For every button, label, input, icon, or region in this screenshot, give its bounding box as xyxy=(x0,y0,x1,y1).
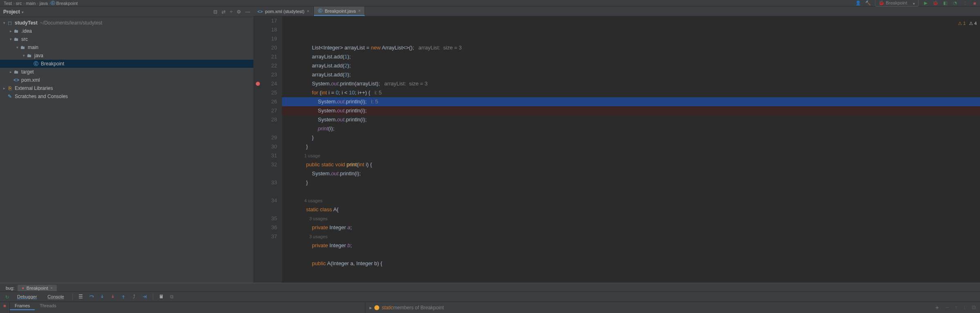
tree-item-pom-xml[interactable]: <>pom.xml xyxy=(0,76,253,84)
editor-code[interactable]: ⚠ 1 ⚠ 4 List<Integer> arrayList = new Ar… xyxy=(282,16,980,288)
trace-icon[interactable]: ⧉ xyxy=(168,293,176,301)
gutter-line[interactable]: 30 xyxy=(253,142,277,151)
expand-icon[interactable]: ⇄ xyxy=(222,9,226,15)
close-icon[interactable]: × xyxy=(50,286,52,290)
user-icon[interactable]: 👤 xyxy=(855,0,861,6)
tree-arrow-icon[interactable]: ▾ xyxy=(8,37,13,41)
gutter-line[interactable]: 33 xyxy=(253,178,277,187)
stop-icon[interactable]: ■ xyxy=(972,0,978,6)
add-watch-icon[interactable]: ＋ xyxy=(934,304,940,311)
code-line[interactable]: arrayList.add(3); xyxy=(282,70,980,79)
tree-item-studytest[interactable]: ▾◻studyTest~/Documents/learn/studytest xyxy=(0,19,253,27)
gutter-line[interactable] xyxy=(253,124,277,133)
tree-item-main[interactable]: ▾🖿main xyxy=(0,43,253,51)
tree-item-external-libraries[interactable]: ▸⎘External Libraries xyxy=(0,84,253,92)
tree-item--idea[interactable]: ▸🖿.idea xyxy=(0,27,253,35)
code-line[interactable]: 1 usage xyxy=(282,151,980,160)
breadcrumb-seg[interactable]: Breakpoint xyxy=(55,1,79,6)
tab-console[interactable]: Console xyxy=(43,293,68,300)
code-line[interactable]: public A(Integer a, Integer b) { xyxy=(282,259,980,268)
code-line[interactable]: System.out.println(i); xyxy=(282,106,980,115)
code-line[interactable]: public static void print(int i) { xyxy=(282,160,980,169)
code-line[interactable]: print(i); xyxy=(282,124,980,133)
duplicate-icon[interactable]: ⧉ xyxy=(972,304,976,311)
close-icon[interactable]: × xyxy=(358,9,361,13)
debug-session-tab[interactable]: ● Breakpoint × xyxy=(18,285,56,291)
gutter-line[interactable]: 19 xyxy=(253,34,277,43)
tree-arrow-icon[interactable]: ▾ xyxy=(21,54,26,58)
frames-pane[interactable]: Frames Threads xyxy=(10,302,365,313)
tree-arrow-icon[interactable]: ▾ xyxy=(2,21,7,25)
show-exec-point-icon[interactable]: ☰ xyxy=(77,293,85,301)
run-icon[interactable]: ▶ xyxy=(923,0,929,6)
more-icon[interactable]: ⋮ xyxy=(962,0,968,6)
tree-item-scratches-and-consoles[interactable]: ✎Scratches and Consoles xyxy=(0,92,253,101)
stop-icon[interactable]: ■ xyxy=(2,303,8,309)
rerun-icon[interactable]: ↻ xyxy=(4,294,10,300)
gutter-line[interactable]: 31 xyxy=(253,151,277,160)
tree-arrow-icon[interactable]: ▸ xyxy=(8,70,13,74)
gutter-line[interactable]: 21 xyxy=(253,52,277,61)
variables-pane[interactable]: ▸ static members of Breakpoint ＋ − ↑ ↓ ⧉ xyxy=(365,302,980,313)
gutter-line[interactable]: 25 xyxy=(253,88,277,97)
select-opened-icon[interactable]: ⊟ xyxy=(213,9,217,15)
gutter-line[interactable]: 17 xyxy=(253,16,277,25)
profile-icon[interactable]: ◔ xyxy=(952,0,958,6)
step-over-icon[interactable] xyxy=(87,293,96,301)
gutter-line[interactable]: 20 xyxy=(253,43,277,52)
chevron-down-icon[interactable] xyxy=(20,9,24,15)
code-line[interactable]: private Integer b; xyxy=(282,241,980,250)
code-line[interactable]: for (int i = 0; i < 10; i++) { i: 5 xyxy=(282,88,980,97)
code-line[interactable]: } xyxy=(282,178,980,187)
code-line[interactable] xyxy=(282,187,980,196)
breadcrumb-seg[interactable]: src xyxy=(15,1,23,6)
code-line[interactable]: static class A{ xyxy=(282,205,980,214)
gutter-line[interactable]: 28 xyxy=(253,115,277,124)
evaluate-icon[interactable]: 🖩 xyxy=(157,293,166,301)
editor-tab[interactable]: ⓒBreakpoint.java× xyxy=(314,7,365,16)
coverage-icon[interactable]: ◧ xyxy=(942,0,948,6)
project-panel-title[interactable]: Project xyxy=(3,9,20,15)
gutter-line[interactable]: 23 xyxy=(253,70,277,79)
tree-item-target[interactable]: ▸🖿target xyxy=(0,68,253,76)
breadcrumb-seg[interactable]: java xyxy=(38,1,49,6)
drop-frame-icon[interactable]: ⤴ xyxy=(130,293,138,301)
code-line[interactable]: 3 usages xyxy=(282,214,980,223)
close-icon[interactable]: × xyxy=(307,9,309,13)
code-line[interactable]: } xyxy=(282,142,980,151)
gutter-line[interactable]: 26 xyxy=(253,97,277,106)
tree-arrow-icon[interactable]: ▾ xyxy=(15,45,20,49)
code-line[interactable]: System.out.println(i); xyxy=(282,115,980,124)
gutter-line[interactable]: 34 xyxy=(253,196,277,205)
debug-icon[interactable]: 🐞 xyxy=(933,0,938,6)
gutter-line[interactable]: 35 xyxy=(253,214,277,223)
tab-frames[interactable]: Frames xyxy=(10,302,35,310)
editor-tab[interactable]: <>pom.xml (studytest)× xyxy=(253,7,314,16)
force-step-into-icon[interactable] xyxy=(109,293,117,301)
gear-icon[interactable]: ⚙ xyxy=(237,9,241,15)
tree-item-src[interactable]: ▾🖿src xyxy=(0,35,253,43)
gutter-line[interactable]: 18 xyxy=(253,25,277,34)
gutter-line[interactable]: 37 xyxy=(253,232,277,241)
code-line[interactable]: 4 usages xyxy=(282,196,980,205)
remove-watch-icon[interactable]: − xyxy=(946,304,949,311)
code-line[interactable] xyxy=(282,250,980,259)
project-tree[interactable]: ▾◻studyTest~/Documents/learn/studytest▸🖿… xyxy=(0,17,253,102)
gutter-line[interactable]: 36 xyxy=(253,223,277,232)
move-up-icon[interactable]: ↑ xyxy=(955,304,958,311)
editor-gutter[interactable]: 1718192021222324252627282930313233343536… xyxy=(253,16,282,288)
breadcrumb-seg[interactable]: main xyxy=(25,1,37,6)
code-line[interactable]: System.out.println(arrayList); arrayList… xyxy=(282,79,980,88)
code-line[interactable]: arrayList.add(1); xyxy=(282,52,980,61)
move-down-icon[interactable]: ↓ xyxy=(963,304,966,311)
chevron-right-icon[interactable]: ▸ xyxy=(369,305,374,311)
step-into-icon[interactable] xyxy=(98,293,106,301)
code-line[interactable]: arrayList.add(2); xyxy=(282,61,980,70)
collapse-icon[interactable]: ÷ xyxy=(230,9,233,15)
code-line[interactable]: List<Integer> arrayList = new ArrayList<… xyxy=(282,43,980,52)
build-icon[interactable]: 🔨 xyxy=(865,0,871,6)
hide-icon[interactable]: — xyxy=(245,9,250,15)
gutter-line[interactable] xyxy=(253,187,277,196)
inspection-widget[interactable]: ⚠ 1 ⚠ 4 xyxy=(958,19,980,28)
breadcrumb-seg[interactable]: Test xyxy=(2,1,13,6)
